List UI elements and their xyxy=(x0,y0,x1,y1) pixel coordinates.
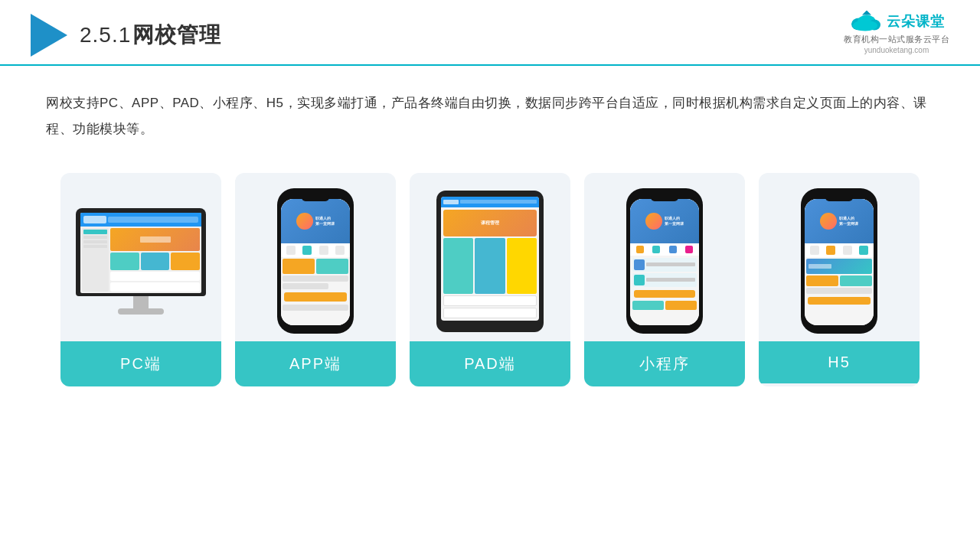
card-h5: 职通人的第一堂网课 xyxy=(759,173,920,386)
card-pad-image: 课程管理 xyxy=(410,173,570,341)
card-pc-image xyxy=(60,173,221,341)
phone-screen-mini: 职通人的第一堂网课 xyxy=(630,199,699,325)
card-h5-label: H5 xyxy=(759,341,920,383)
tablet-screen: 课程管理 xyxy=(441,197,539,321)
card-h5-image: 职通人的第一堂网课 xyxy=(759,173,920,341)
brand-url: yunduoketang.com xyxy=(864,46,929,54)
tablet-outer: 课程管理 xyxy=(436,191,544,332)
monitor-mockup xyxy=(76,208,206,315)
phone-mockup-mini: 职通人的第一堂网课 xyxy=(626,188,703,334)
phone-outer-mini: 职通人的第一堂网课 xyxy=(626,188,703,334)
phone-screen-app: 职通人的第一堂网课 xyxy=(281,199,350,325)
phone-notch xyxy=(302,194,329,201)
phone-notch-h5 xyxy=(825,194,853,201)
brand-icon-group: 云朵课堂 xyxy=(848,11,945,32)
card-miniprogram-image: 职通人的第一堂网课 xyxy=(584,173,745,341)
card-pc-label: PC端 xyxy=(60,341,221,386)
card-pad-label: PAD端 xyxy=(410,341,570,386)
page-title: 2.5.1网校管理 xyxy=(80,21,221,50)
platform-cards: PC端 xyxy=(0,150,980,386)
page-header: 2.5.1网校管理 云朵课堂 教育机构一站式服务云平台 yunduoketang… xyxy=(0,0,980,66)
svg-marker-4 xyxy=(862,11,871,15)
card-pc: PC端 xyxy=(60,173,221,386)
phone-outer-app: 职通人的第一堂网课 xyxy=(277,188,354,334)
cloud-icon xyxy=(848,11,882,32)
monitor-base xyxy=(118,308,164,315)
card-app-image: 职通人的第一堂网课 xyxy=(235,173,396,341)
phone-mockup-h5: 职通人的第一堂网课 xyxy=(801,188,877,334)
description-text: 网校支持PC、APP、PAD、小程序、H5，实现多端打通，产品各终端自由切换，数… xyxy=(0,66,980,150)
tablet-mockup: 课程管理 xyxy=(436,191,544,332)
card-app: 职通人的第一堂网课 xyxy=(235,173,396,386)
card-miniprogram: 职通人的第一堂网课 xyxy=(584,173,745,386)
card-pad: 课程管理 xyxy=(410,173,570,386)
svg-point-3 xyxy=(853,21,877,31)
phone-mockup-app: 职通人的第一堂网课 xyxy=(277,188,354,334)
phone-notch-mini xyxy=(651,194,678,201)
brand-tagline: 教育机构一站式服务云平台 xyxy=(844,34,949,45)
card-miniprogram-label: 小程序 xyxy=(584,341,745,386)
monitor-stand xyxy=(133,296,149,308)
monitor-screen xyxy=(80,213,201,293)
card-app-label: APP端 xyxy=(235,341,396,386)
brand-logo: 云朵课堂 教育机构一站式服务云平台 yunduoketang.com xyxy=(844,11,949,54)
phone-outer-h5: 职通人的第一堂网课 xyxy=(801,188,877,334)
monitor-outer xyxy=(76,208,206,296)
logo-triangle-icon xyxy=(31,14,67,57)
brand-name: 云朵课堂 xyxy=(887,12,945,31)
phone-screen-h5: 职通人的第一堂网课 xyxy=(805,199,874,325)
